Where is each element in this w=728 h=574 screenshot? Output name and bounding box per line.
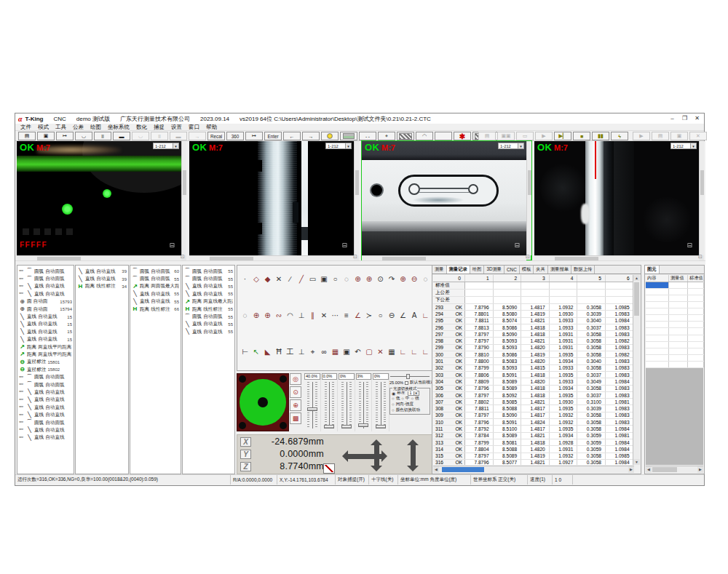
list-item[interactable]: ╲直线自动直线39 <box>76 275 128 282</box>
element-row[interactable] <box>646 362 703 368</box>
element-row[interactable] <box>646 335 703 342</box>
scrollbar-thumb[interactable] <box>442 467 484 472</box>
scroll-down-arrow[interactable]: ▼ <box>633 459 640 465</box>
table-row[interactable]: 307OK7.88028.50851.48211.09300.31001.098… <box>433 399 634 405</box>
list-item[interactable]: ***╲直线自动直线 <box>17 411 74 418</box>
list-item[interactable]: ***╲直线自动直线 <box>17 396 74 404</box>
curve-button[interactable]: ◠ <box>416 132 433 140</box>
element-row[interactable] <box>646 355 703 362</box>
tool-icon[interactable]: 工 <box>285 347 295 356</box>
tool-icon[interactable]: ∞ <box>320 347 329 356</box>
camera-zoom-select[interactable]: 1-212▾ <box>498 143 524 149</box>
tool-icon[interactable]: Ħ <box>274 347 284 356</box>
camera-zoom-select[interactable]: 1-212▾ <box>153 143 179 149</box>
play-disabled-button[interactable]: ▶ <box>535 132 553 140</box>
camera-view-1[interactable]: OK M:7 FFFFF ⊟ 1-212▾ ⊡ <box>17 141 186 260</box>
list-item[interactable]: ↗距离两圆弧最大距离 <box>130 283 181 290</box>
menu-item[interactable]: 工具 <box>55 124 66 131</box>
element-row[interactable] <box>646 308 703 315</box>
tool-icon[interactable]: ✕ <box>376 347 385 356</box>
table-row[interactable]: 309OK7.87978.50901.48171.09320.30581.098… <box>433 412 634 419</box>
camera-view-3-selected[interactable]: OK M:7 ⊟ 1-212▾ ⊡ <box>362 141 531 260</box>
stop-button[interactable]: ■ <box>573 132 590 140</box>
slider-thumb[interactable] <box>406 374 410 379</box>
list-item[interactable]: ╲直线自动直线55 <box>183 328 234 335</box>
list-item[interactable]: ***╲直线自动直线 <box>17 283 74 290</box>
resize-grip-icon[interactable]: ⊡ <box>697 253 704 260</box>
tool-icon[interactable]: ⊖ <box>387 311 397 320</box>
element-row[interactable] <box>646 295 703 302</box>
table-vertical-scrollbar[interactable]: ▲ ▼ <box>633 275 640 465</box>
table-row[interactable]: 299OK7.87908.50931.48201.09310.30581.098… <box>433 345 634 351</box>
table-row[interactable]: 300OK7.88108.50861.48191.09350.30581.098… <box>433 351 634 358</box>
tool-icon[interactable]: ∠ <box>398 311 408 320</box>
tab-绘图[interactable]: 绘图 <box>470 266 485 274</box>
light-channel-button[interactable]: ⊕ <box>290 399 301 411</box>
camera-vertical-scrollbar[interactable] <box>181 141 186 255</box>
probe-button[interactable]: ◡ <box>75 132 92 140</box>
tool-icon[interactable]: ▣ <box>342 347 352 356</box>
scroll-right-arrow[interactable]: ▶ <box>628 466 634 473</box>
arrow-disabled-button[interactable]: → <box>189 132 206 140</box>
list-item[interactable]: ***╲直线自动直线 <box>17 388 74 396</box>
chevron-down-icon[interactable]: ▾ <box>173 143 178 148</box>
list-item[interactable]: ╲直线自动直线55 <box>183 283 234 290</box>
tolerance-row[interactable]: 标准值 <box>433 282 634 290</box>
list-item[interactable]: ⌒圆弧自动圆弧55 <box>183 313 234 320</box>
tool-icon[interactable]: ○ <box>331 274 340 284</box>
scrollbar-thumb[interactable] <box>355 170 359 195</box>
tolerance-row[interactable]: 上公差 <box>433 290 634 297</box>
menu-item[interactable]: 绘图 <box>90 124 101 131</box>
pause-button[interactable]: ▮▮ <box>592 132 609 140</box>
table-row[interactable]: 302OK7.87998.50931.48151.09330.30581.098… <box>433 365 634 372</box>
jog-z-arrow[interactable] <box>411 445 416 466</box>
tool-icon[interactable]: ▣ <box>320 274 329 284</box>
tool-icon[interactable]: ⊢ <box>240 347 250 356</box>
list-item[interactable]: ⊖直径标注15801 <box>17 359 74 366</box>
tool-icon[interactable]: ∟ <box>398 347 408 356</box>
list-item[interactable]: ***⌒圆弧自动圆弧 <box>17 275 74 282</box>
move-left-button[interactable]: ← <box>283 132 301 140</box>
play-to-end-button[interactable]: ▶▏ <box>554 132 571 140</box>
tab-夹具[interactable]: 夹具 <box>534 266 548 274</box>
camera-2-image[interactable]: OK M:7 ⊟ <box>189 141 354 255</box>
menu-item[interactable]: 文件 <box>20 124 31 131</box>
table-row[interactable]: 304OK7.88098.50891.48201.09330.30491.098… <box>433 378 634 385</box>
move-right-button[interactable]: → <box>302 132 320 140</box>
chevron-down-icon[interactable]: ▾ <box>518 143 523 148</box>
open2-button[interactable]: ▣ <box>670 132 688 140</box>
replay-button[interactable]: ▶ <box>633 132 650 140</box>
radio-level[interactable]: ○ <box>392 396 395 401</box>
tool-icon[interactable]: ◇ <box>252 274 261 284</box>
slider-thumb[interactable] <box>307 407 317 411</box>
image-button[interactable] <box>340 132 357 140</box>
light-channel-button[interactable]: ⊙ <box>290 386 301 398</box>
stage-move-button[interactable]: ↦ <box>56 132 74 140</box>
ring-light-preview[interactable] <box>237 373 289 431</box>
list-item[interactable]: ⊖直径标注15802 <box>17 366 74 373</box>
maximize-button[interactable]: ❐ <box>678 113 691 123</box>
list-item[interactable]: ***╲直线自动直线 <box>17 434 74 442</box>
tool-icon[interactable]: ╱ <box>297 274 306 284</box>
recal-button[interactable]: Recal <box>207 132 225 140</box>
tool-icon[interactable]: ▢ <box>365 347 374 356</box>
scroll-left-arrow[interactable]: ◀ <box>433 466 439 473</box>
element-row[interactable] <box>646 322 703 328</box>
table-row[interactable]: 308OK7.88118.50881.48171.09350.30391.098… <box>433 405 634 412</box>
light-slider[interactable]: 3% <box>356 373 373 431</box>
tool-icon[interactable]: ∟ <box>410 347 419 356</box>
list-item[interactable]: ⊕圆自动圆15794 <box>17 306 74 313</box>
tool-icon[interactable]: ✕ <box>274 274 284 284</box>
tool-icon[interactable]: ⊕ <box>263 311 272 320</box>
tool-icon[interactable]: ⊖ <box>410 274 419 284</box>
tool-icon[interactable]: ◌ <box>342 274 352 284</box>
menu-item[interactable]: 设置 <box>171 124 182 131</box>
list-item[interactable]: ***⌒圆弧自动圆弧 <box>17 373 74 380</box>
list-item[interactable]: ╲直线自动直线15 <box>17 321 74 328</box>
list-item[interactable]: ***╲直线自动直线 <box>17 426 74 434</box>
camera-view-2[interactable]: OK M:7 ⊟ 1-212▾ ⊡ <box>189 141 359 260</box>
list-item[interactable]: ⊕圆自动圆15793 <box>17 298 74 306</box>
chevron-down-icon[interactable]: ▾ <box>414 391 417 395</box>
camera-zoom-select[interactable]: 1-212▾ <box>670 143 697 149</box>
blank-button[interactable] <box>435 132 452 140</box>
